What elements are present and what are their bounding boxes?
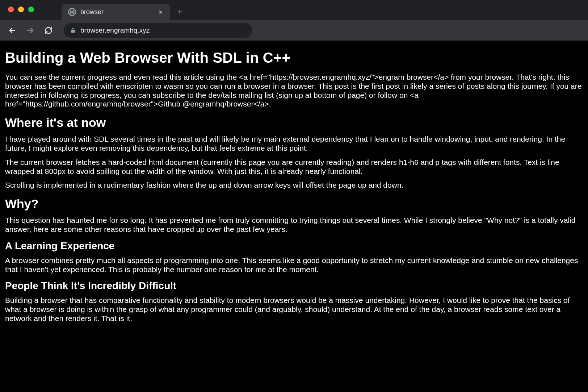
- tab-title: browser: [80, 8, 152, 16]
- back-button[interactable]: [5, 23, 20, 38]
- window-maximize-button[interactable]: [28, 7, 34, 12]
- paragraph: This question has haunted me for so long…: [5, 216, 583, 234]
- page-title: Building a Web Browser With SDL in C++: [5, 49, 583, 66]
- arrow-left-icon: [8, 26, 17, 35]
- section-heading: Why?: [5, 196, 583, 211]
- browser-window: browser: [0, 0, 588, 392]
- globe-icon: [68, 8, 76, 16]
- section-heading: Where it's at now: [5, 115, 583, 130]
- paragraph: The current browser fetches a hard-coded…: [5, 158, 583, 176]
- arrow-right-icon: [26, 26, 35, 35]
- subsection-heading: People Think It's Incredibly Difficult: [5, 280, 583, 292]
- page-content: Building a Web Browser With SDL in C++ Y…: [0, 41, 588, 343]
- forward-button[interactable]: [23, 23, 38, 38]
- subsection-heading: A Learning Experience: [5, 240, 583, 252]
- plus-icon: [177, 9, 183, 15]
- paragraph: You can see the current progress and eve…: [5, 73, 583, 109]
- window-controls: [8, 7, 34, 12]
- paragraph: Building a browser that has comparative …: [5, 296, 583, 323]
- reload-icon: [45, 26, 52, 34]
- address-url: browser.engramhq.xyz: [80, 26, 150, 34]
- titlebar: browser: [0, 0, 588, 20]
- close-icon: [158, 10, 163, 14]
- new-tab-button[interactable]: [173, 5, 187, 19]
- lock-icon: [70, 28, 76, 33]
- browser-tab[interactable]: browser: [62, 4, 170, 20]
- paragraph: Scrolling is implemented in a rudimentar…: [5, 181, 583, 190]
- close-tab-button[interactable]: [156, 8, 164, 16]
- toolbar: browser.engramhq.xyz: [0, 20, 588, 41]
- paragraph: I have played around with SDL several ti…: [5, 135, 583, 153]
- paragraph: A browser combines pretty much all aspec…: [5, 256, 583, 274]
- window-close-button[interactable]: [8, 7, 14, 12]
- reload-button[interactable]: [41, 23, 56, 38]
- address-bar[interactable]: browser.engramhq.xyz: [64, 23, 252, 38]
- window-minimize-button[interactable]: [18, 7, 24, 12]
- viewport: Building a Web Browser With SDL in C++ Y…: [0, 41, 588, 392]
